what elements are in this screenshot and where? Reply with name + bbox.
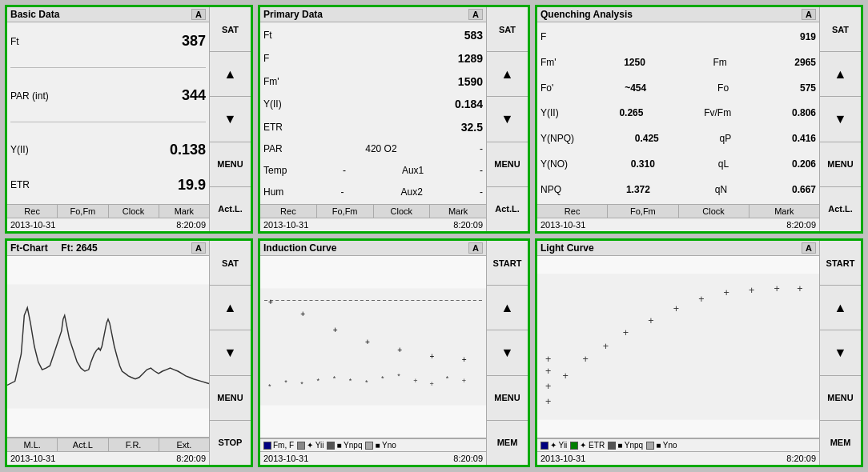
primary-data-title: Primary Data — [263, 9, 323, 20]
primary-par-label: PAR — [263, 143, 283, 154]
primary-mark-button[interactable]: Mark — [430, 205, 486, 218]
primary-clock-button[interactable]: Clock — [374, 205, 431, 218]
lightcurve-legend-ynpq-label: ■ Ynpq — [617, 441, 643, 450]
quenching-fofm-button[interactable]: Fo,Fm — [608, 205, 678, 218]
primary-menu-button[interactable]: MENU — [487, 142, 528, 187]
lightcurve-down-button[interactable]: ▼ — [820, 330, 861, 375]
lightcurve-up-button[interactable]: ▲ — [820, 286, 861, 330]
ftchart-sat-button[interactable]: SAT — [210, 241, 251, 286]
svg-text:+: + — [300, 310, 305, 318]
ftchart-menu-button[interactable]: MENU — [210, 376, 251, 421]
ftchart-status-time: 8:20:09 — [176, 454, 206, 463]
quenching-rec-button[interactable]: Rec — [537, 205, 608, 218]
basic-mark-button[interactable]: Mark — [159, 205, 209, 218]
lightcurve-legend-ynpq-box — [608, 442, 616, 450]
primary-status-bar: 2013-10-31 8:20:09 — [260, 218, 486, 231]
ftchart-ext-button[interactable]: Ext. — [159, 438, 209, 451]
lightcurve-menu-button[interactable]: MENU — [820, 376, 861, 421]
basic-down-button[interactable]: ▼ — [210, 97, 251, 142]
induction-badge: A — [468, 242, 483, 254]
quench-yii-label: Y(II) — [540, 107, 559, 118]
basic-act-button[interactable]: Act.L. — [210, 187, 251, 231]
svg-text:+: + — [397, 346, 402, 354]
induction-menu-button[interactable]: MENU — [487, 376, 528, 421]
ftchart-ml-button[interactable]: M.L. — [7, 438, 58, 451]
ftchart-stop-button[interactable]: STOP — [210, 421, 251, 465]
primary-yii-label: Y(II) — [263, 98, 282, 110]
quenching-menu-button[interactable]: MENU — [820, 142, 861, 187]
quenching-mark-button[interactable]: Mark — [749, 205, 819, 218]
quenching-btn-row: Rec Fo,Fm Clock Mark — [537, 204, 819, 218]
ftchart-svg — [7, 256, 209, 437]
primary-sat-button[interactable]: SAT — [487, 7, 528, 52]
primary-fofm-button[interactable]: Fo,Fm — [317, 205, 374, 218]
lightcurve-header: Light Curve A — [537, 241, 819, 256]
lightcurve-main: Light Curve A + + + + + + + + + + + — [537, 241, 819, 465]
ftchart-badge: A — [191, 242, 206, 254]
basic-data-panel: Basic Data A Ft 387 PAR (int) 344 Y(II) … — [5, 5, 253, 234]
basic-sat-button[interactable]: SAT — [210, 7, 251, 52]
ftchart-status-date: 2013-10-31 — [10, 454, 55, 463]
ftchart-fr-button[interactable]: F.R. — [109, 438, 159, 451]
ftchart-down-button[interactable]: ▼ — [210, 330, 251, 375]
svg-text:+: + — [774, 283, 779, 294]
primary-act-button[interactable]: Act.L. — [487, 187, 528, 231]
quench-yno-label: Y(NO) — [540, 158, 568, 170]
primary-par-value: 420 O2 — [365, 143, 396, 154]
svg-text:+: + — [545, 381, 551, 392]
primary-ft-label: Ft — [263, 30, 272, 41]
quench-ql-label: qL — [718, 158, 729, 170]
primary-status-date: 2013-10-31 — [263, 220, 308, 230]
basic-data-header: Basic Data A — [7, 7, 209, 22]
quenching-act-button[interactable]: Act.L. — [820, 187, 861, 231]
svg-text:+: + — [797, 283, 802, 294]
lightcurve-start-button[interactable]: START — [820, 241, 861, 286]
quench-f-row: F 919 — [540, 30, 816, 43]
lightcurve-legend: ✦ Yii ✦ ETR ■ Ynpq ■ Yno — [537, 438, 819, 451]
induction-mem-button[interactable]: MEM — [487, 421, 528, 465]
ftchart-actl-button[interactable]: Act.L — [58, 438, 108, 451]
ftchart-up-button[interactable]: ▲ — [210, 286, 251, 330]
basic-par-row: PAR (int) 344 — [10, 86, 206, 105]
quenching-down-button[interactable]: ▼ — [820, 97, 861, 142]
quench-npq-label: NPQ — [540, 184, 561, 195]
basic-sidebar: SAT ▲ ▼ MENU Act.L. — [209, 7, 251, 231]
primary-etr-label: ETR — [263, 122, 283, 133]
basic-fofm-button[interactable]: Fo,Fm — [58, 205, 108, 218]
induction-title: Induction Curve — [263, 242, 336, 254]
primary-data-rows: Ft 583 F 1289 Fm' 1590 Y(II) 0.184 ETR — [260, 22, 486, 204]
induction-down-button[interactable]: ▼ — [487, 330, 528, 375]
svg-text:*: * — [333, 374, 336, 382]
basic-yii-row: Y(II) 0.138 — [10, 141, 206, 159]
basic-status-time: 8:20:09 — [176, 220, 206, 230]
induction-status-bar: 2013-10-31 8:20:09 — [260, 451, 486, 465]
quenching-clock-button[interactable]: Clock — [679, 205, 749, 218]
basic-menu-button[interactable]: MENU — [210, 142, 251, 187]
basic-data-title: Basic Data — [10, 9, 59, 20]
quenching-status-bar: 2013-10-31 8:20:09 — [537, 218, 819, 231]
induction-up-button[interactable]: ▲ — [487, 286, 528, 330]
basic-rec-button[interactable]: Rec — [7, 205, 58, 218]
quenching-up-button[interactable]: ▲ — [820, 52, 861, 97]
primary-down-button[interactable]: ▼ — [487, 97, 528, 142]
lightcurve-legend-yno-box — [646, 442, 654, 450]
lightcurve-panel: Light Curve A + + + + + + + + + + + — [535, 238, 863, 467]
svg-text:*: * — [349, 377, 352, 385]
lightcurve-mem-button[interactable]: MEM — [820, 421, 861, 465]
induction-panel: Induction Curve A + + + + + + + — [258, 238, 530, 467]
svg-text:*: * — [446, 374, 449, 382]
primary-up-button[interactable]: ▲ — [487, 52, 528, 97]
svg-text:*: * — [268, 382, 271, 390]
ftchart-status-bar: 2013-10-31 8:20:09 — [7, 451, 209, 465]
quench-qn-label: qN — [715, 184, 727, 195]
svg-text:+: + — [583, 354, 589, 365]
quench-ynpq-label: Y(NPQ) — [540, 133, 574, 144]
basic-clock-button[interactable]: Clock — [109, 205, 159, 218]
lightcurve-legend-etr: ✦ ETR — [570, 441, 605, 450]
primary-rec-button[interactable]: Rec — [260, 205, 317, 218]
induction-sidebar: START ▲ ▼ MENU MEM — [486, 241, 528, 465]
induction-start-button[interactable]: START — [487, 241, 528, 286]
quench-fmp-label: Fm' — [540, 57, 557, 68]
basic-up-button[interactable]: ▲ — [210, 52, 251, 97]
quenching-sat-button[interactable]: SAT — [820, 7, 861, 52]
